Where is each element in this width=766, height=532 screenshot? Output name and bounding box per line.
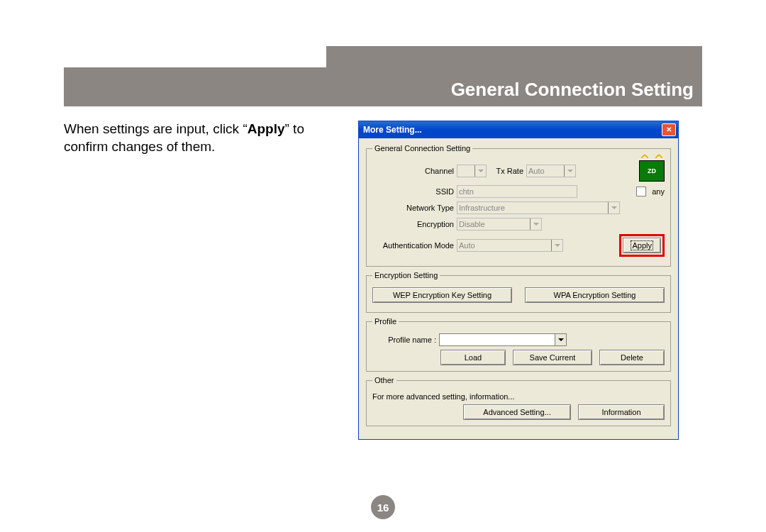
load-button[interactable]: Load <box>440 350 506 365</box>
row-ssid: SSID chtn any <box>372 185 665 198</box>
chevron-down-icon <box>530 218 541 230</box>
any-checkbox[interactable] <box>636 187 646 196</box>
encryption-label: Encryption <box>372 220 454 228</box>
chevron-down-icon <box>564 165 575 177</box>
body-area: When settings are input, click “Apply” t… <box>64 121 702 440</box>
other-buttons: Advanced Setting... Information <box>372 404 665 420</box>
row-nettype: Network Type Infrastructure <box>372 201 665 214</box>
settings-dialog: More Setting... ✕ General Connection Set… <box>358 121 679 440</box>
auth-label: Authentication Mode <box>372 241 454 250</box>
chevron-down-icon <box>551 240 562 251</box>
apply-button[interactable]: Apply <box>623 238 661 253</box>
dialog-title: More Setting... <box>363 125 422 135</box>
document-page: General Connection Setting When settings… <box>0 0 766 532</box>
header-band: General Connection Setting <box>64 46 702 106</box>
header-decor <box>64 46 326 67</box>
profile-name-label: Profile name : <box>372 336 436 344</box>
nettype-label: Network Type <box>372 204 454 212</box>
encryption-row: WEP Encryption Key Setting WPA Encryptio… <box>372 287 665 303</box>
page-number: 16 <box>371 495 395 519</box>
general-group: General Connection Setting Channel Tx Ra… <box>366 144 671 267</box>
ssid-value: chtn <box>459 187 474 196</box>
other-text-row: For more advanced setting, information..… <box>372 392 665 401</box>
encryption-group: Encryption Setting WEP Encryption Key Se… <box>366 271 671 313</box>
dialog-body: General Connection Setting Channel Tx Ra… <box>359 138 678 439</box>
chevron-down-icon <box>555 334 566 345</box>
encryption-combo[interactable]: Disable <box>457 218 542 231</box>
other-text: For more advanced setting, information..… <box>372 392 515 401</box>
wpa-button[interactable]: WPA Encryption Setting <box>525 287 665 303</box>
profile-name-combo[interactable] <box>439 333 567 346</box>
row-channel: Channel Tx Rate Auto ZD <box>372 160 665 182</box>
row-encryption: Encryption Disable <box>372 218 665 231</box>
other-legend: Other <box>372 376 396 384</box>
dialog-titlebar[interactable]: More Setting... ✕ <box>359 121 678 138</box>
encryption-value: Disable <box>459 220 485 228</box>
delete-button[interactable]: Delete <box>599 350 665 365</box>
page-number-container: 16 <box>0 495 766 519</box>
instruction-text: When settings are input, click “Apply” t… <box>64 121 358 440</box>
auth-value: Auto <box>459 241 475 250</box>
chevron-down-icon <box>474 165 486 177</box>
profile-legend: Profile <box>372 317 399 326</box>
channel-combo[interactable] <box>457 165 487 177</box>
nettype-combo[interactable]: Infrastructure <box>457 201 620 214</box>
general-legend: General Connection Setting <box>372 144 472 153</box>
other-group: Other For more advanced setting, informa… <box>366 376 671 426</box>
profile-buttons: Load Save Current Delete <box>372 350 665 365</box>
ssid-label: SSID <box>372 187 454 196</box>
instruction-bold: Apply <box>248 121 285 136</box>
channel-label: Channel <box>372 167 454 175</box>
advanced-button[interactable]: Advanced Setting... <box>463 404 571 420</box>
auth-combo[interactable]: Auto <box>457 239 563 252</box>
txrate-value: Auto <box>528 167 545 175</box>
save-current-button[interactable]: Save Current <box>513 350 592 365</box>
txrate-combo[interactable]: Auto <box>526 165 576 177</box>
chevron-down-icon <box>608 202 619 214</box>
close-icon[interactable]: ✕ <box>662 123 676 136</box>
page-title: General Connection Setting <box>451 79 694 101</box>
nettype-value: Infrastructure <box>459 204 505 212</box>
instruction-prefix: When settings are input, click “ <box>64 121 248 136</box>
wep-button[interactable]: WEP Encryption Key Setting <box>372 287 512 303</box>
profile-name-row: Profile name : <box>372 333 665 346</box>
row-auth: Authentication Mode Auto Apply <box>372 234 665 257</box>
encryption-legend: Encryption Setting <box>372 271 440 279</box>
content-area: General Connection Setting When settings… <box>64 46 702 440</box>
any-label: any <box>652 187 665 196</box>
txrate-label: Tx Rate <box>489 167 523 175</box>
profile-group: Profile Profile name : Load Save Current <box>366 317 671 372</box>
ssid-input[interactable]: chtn <box>457 185 577 198</box>
wifi-card-icon: ZD <box>639 160 665 182</box>
apply-highlight: Apply <box>619 234 665 257</box>
information-button[interactable]: Information <box>578 404 665 420</box>
